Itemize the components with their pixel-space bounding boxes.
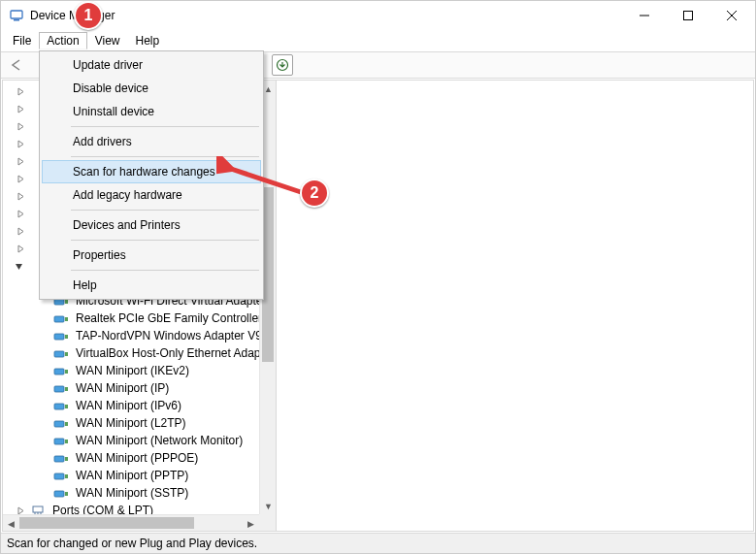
tree-label: WAN Miniport (IKEv2): [74, 362, 191, 379]
svg-rect-33: [33, 506, 43, 512]
svg-rect-10: [65, 300, 68, 304]
network-adapter-icon: [53, 364, 69, 377]
tree-row-device[interactable]: WAN Miniport (Network Monitor): [3, 432, 276, 449]
tree-row-device[interactable]: WAN Miniport (IP): [3, 379, 276, 397]
tree-label: VirtualBox Host-Only Ethernet Adapter: [74, 344, 276, 362]
tree-row-device[interactable]: WAN Miniport (IPv6): [3, 397, 276, 414]
network-adapter-icon: [53, 469, 69, 482]
minimize-button[interactable]: [622, 1, 666, 30]
tree-row-device[interactable]: VirtualBox Host-Only Ethernet Adapter: [3, 344, 276, 362]
menu-item-properties[interactable]: Properties: [42, 244, 261, 267]
svg-rect-30: [65, 474, 68, 478]
svg-rect-0: [11, 11, 22, 18]
menu-item-disable-device[interactable]: Disable device: [42, 77, 261, 100]
svg-rect-28: [65, 457, 68, 461]
callout-1: 1: [74, 1, 103, 30]
network-adapter-icon: [53, 399, 69, 412]
svg-rect-12: [65, 317, 68, 321]
svg-rect-14: [65, 335, 68, 339]
scroll-right-icon[interactable]: ▶: [243, 515, 259, 532]
tree-label: WAN Miniport (IPv6): [74, 397, 183, 414]
menu-separator: [71, 126, 259, 127]
action-dropdown: Update driverDisable deviceUninstall dev…: [39, 50, 264, 300]
detail-pane: [276, 80, 754, 532]
callout-2: 2: [300, 179, 329, 208]
menu-help[interactable]: Help: [128, 32, 168, 49]
network-adapter-icon: [53, 329, 69, 342]
menu-file[interactable]: File: [5, 32, 39, 49]
tree-row-device[interactable]: Realtek PCIe GbE Family Controller #2: [3, 310, 276, 327]
chevron-right-icon[interactable]: [15, 225, 26, 237]
statusbar: Scan for changed or new Plug and Play de…: [1, 533, 755, 553]
menubar: File Action View Help: [1, 30, 755, 51]
scroll-down-icon[interactable]: ▼: [260, 498, 276, 514]
svg-rect-21: [54, 404, 64, 409]
menu-item-add-legacy-hardware[interactable]: Add legacy hardware: [42, 183, 261, 207]
network-adapter-icon: [53, 416, 69, 430]
chevron-right-icon[interactable]: [15, 155, 26, 167]
menu-item-uninstall-device[interactable]: Uninstall device: [42, 100, 261, 123]
chevron-right-icon[interactable]: [15, 243, 26, 254]
tree-row-device[interactable]: WAN Miniport (PPPOE): [3, 449, 276, 467]
svg-rect-29: [54, 473, 64, 479]
svg-rect-1: [14, 19, 19, 21]
tree-label: WAN Miniport (L2TP): [74, 414, 188, 432]
svg-rect-23: [54, 421, 64, 427]
app-icon: [9, 8, 24, 23]
svg-rect-3: [683, 12, 692, 20]
menu-separator: [71, 210, 259, 211]
tree-row-device[interactable]: WAN Miniport (PPTP): [3, 467, 276, 484]
svg-rect-15: [54, 351, 64, 357]
scroll-corner: [259, 514, 276, 531]
close-button[interactable]: [709, 1, 753, 30]
menu-item-devices-and-printers[interactable]: Devices and Printers: [42, 213, 261, 237]
tree-row-device[interactable]: TAP-NordVPN Windows Adapter V9: [3, 327, 276, 344]
menu-item-add-drivers[interactable]: Add drivers: [42, 130, 261, 153]
chevron-right-icon[interactable]: [15, 120, 26, 132]
menu-view[interactable]: View: [87, 32, 128, 49]
network-adapter-icon: [53, 381, 69, 395]
scroll-thumb[interactable]: [19, 517, 194, 529]
scroll-left-icon[interactable]: ◀: [3, 515, 19, 532]
horizontal-scrollbar[interactable]: ◀ ▶: [3, 514, 259, 531]
maximize-button[interactable]: [666, 1, 709, 30]
titlebar: Device Manager: [1, 1, 755, 30]
network-adapter-icon: [53, 311, 69, 325]
chevron-down-icon[interactable]: [15, 260, 23, 272]
tree-label: TAP-NordVPN Windows Adapter V9: [74, 327, 264, 344]
menu-item-help[interactable]: Help: [42, 274, 261, 297]
chevron-right-icon[interactable]: [15, 173, 26, 184]
svg-rect-18: [65, 370, 68, 374]
network-adapter-icon: [53, 486, 69, 500]
menu-action[interactable]: Action: [39, 32, 86, 49]
svg-rect-16: [65, 352, 68, 356]
chevron-right-icon[interactable]: [15, 85, 26, 97]
network-adapter-icon: [53, 346, 69, 360]
tree-label: WAN Miniport (PPTP): [74, 467, 190, 484]
chevron-right-icon[interactable]: [15, 208, 26, 219]
svg-rect-17: [54, 369, 64, 375]
svg-rect-20: [65, 387, 68, 391]
chevron-right-icon[interactable]: [15, 190, 26, 202]
svg-rect-11: [54, 316, 64, 322]
network-adapter-icon: [53, 434, 69, 447]
menu-item-scan-for-hardware-changes[interactable]: Scan for hardware changes: [42, 160, 261, 183]
tree-label: WAN Miniport (Network Monitor): [74, 432, 245, 449]
menu-item-update-driver[interactable]: Update driver: [42, 53, 261, 77]
network-adapter-icon: [53, 451, 69, 465]
tree-label: WAN Miniport (IP): [74, 379, 171, 397]
tree-row-device[interactable]: WAN Miniport (L2TP): [3, 414, 276, 432]
menu-separator: [71, 270, 259, 271]
tree-label: WAN Miniport (PPPOE): [74, 449, 200, 467]
update-driver-tool-button[interactable]: [272, 54, 293, 76]
svg-rect-25: [54, 439, 64, 444]
svg-rect-26: [65, 440, 68, 443]
tree-row-device[interactable]: WAN Miniport (IKEv2): [3, 362, 276, 379]
tree-label: WAN Miniport (SSTP): [74, 484, 190, 502]
chevron-right-icon[interactable]: [15, 138, 26, 149]
svg-rect-13: [54, 334, 64, 340]
tree-row-device[interactable]: WAN Miniport (SSTP): [3, 484, 276, 502]
chevron-right-icon[interactable]: [15, 103, 26, 114]
back-button[interactable]: [7, 54, 28, 76]
svg-rect-27: [54, 456, 64, 462]
